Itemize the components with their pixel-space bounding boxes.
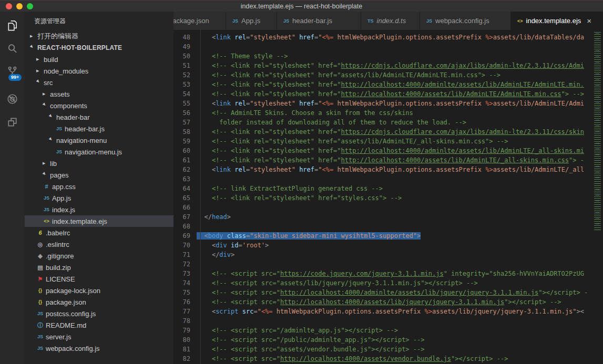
tree-item-license[interactable]: ⚑LICENSE [25,273,173,285]
tab-app.js[interactable]: JSApp.js [226,12,277,30]
tree-item-server.js[interactable]: JSserver.js [25,331,173,342]
code-line-text: <body class="skin-blue sidebar-mini wysi… [197,231,421,241]
code-line-72[interactable]: 72 [173,259,603,269]
code-line-49[interactable]: 49 [173,42,603,51]
twistie-expanded-icon[interactable]: ▶ [48,113,57,122]
js-file-icon: JS [43,207,50,212]
twistie-expanded-icon[interactable]: ▶ [29,44,38,53]
tree-item-readme.md[interactable]: ⓘREADME.md [25,319,173,331]
zoom-window-button[interactable] [27,3,33,9]
code-line-67[interactable]: 67 </head> [173,212,603,222]
code-line-81[interactable]: 81 <!-- <script src="assets/vendor.bundl… [173,345,603,354]
tree-item-build.zip[interactable]: ▤build.zip [25,262,173,273]
tree-item-header-bar.js[interactable]: JSheader-bar.js [25,123,173,134]
tree-item-header-bar[interactable]: ▶header-bar [25,111,173,123]
code-line-52[interactable]: 52 <!-- <link rel="stylesheet" href="ass… [173,70,603,80]
tree-item-webpack.config.js[interactable]: JSwebpack.config.js [25,342,173,354]
code-line-82[interactable]: 82 <!-- <script src="http://localhost:40… [173,354,603,363]
tab-index.d.ts[interactable]: TSindex.d.ts [361,12,420,30]
twistie-collapsed-icon[interactable]: ▶ [36,69,44,73]
minimap[interactable] [593,30,603,364]
tree-item-package-lock.json[interactable]: {}package-lock.json [25,285,173,296]
code-line-66[interactable]: 66 [173,203,603,212]
code-line-61[interactable]: 61 <!-- <link rel="stylesheet" href="htt… [173,155,603,165]
activity-item-debug[interactable] [0,87,25,110]
line-number: 67 [173,212,197,222]
minimize-window-button[interactable] [16,3,23,9]
code-line-60[interactable]: 60 <!-- <link rel="stylesheet" href="htt… [173,146,603,155]
tree-item-.babelrc[interactable]: 6.babelrc [25,227,173,238]
tree-item-label: package.json [46,298,86,306]
tree-item-postcss.config.js[interactable]: JSpostcss.config.js [25,308,173,319]
activity-item-explorer[interactable] [0,14,25,37]
code-line-78[interactable]: 78 [173,316,603,326]
close-tab-icon[interactable]: × [587,17,591,25]
code-line-76[interactable]: 76 <!-- <script src="http://localhost:40… [173,297,603,307]
close-window-button[interactable] [6,3,12,9]
activity-item-extensions[interactable] [0,110,25,133]
sidebar-title: 资源管理器 [25,12,173,30]
code-line-71[interactable]: 71 </div> [173,250,603,259]
code-line-56[interactable]: 56 <!-- AdminLTE Skins. Choose a skin fr… [173,108,603,118]
code-line-64[interactable]: 64 <!-- link ExtractTextPlugin generated… [173,184,603,193]
tab-package.json[interactable]: package.json [173,12,226,30]
tree-item-lib[interactable]: ▶lib [25,158,173,169]
tree-item-node-modules[interactable]: ▶node_modules [25,65,173,77]
tree-item-navigation-menu.js[interactable]: JSnavigation-menu.js [25,146,173,158]
twistie-expanded-icon[interactable]: ▶ [36,79,44,87]
code-line-77[interactable]: 77 <script src="<%= htmlWebpackPlugin.op… [173,307,603,316]
code-line-69[interactable]: 69 <body class="skin-blue sidebar-mini w… [173,231,603,241]
twistie-expanded-icon[interactable]: ▶ [42,171,50,180]
tree-item-react-hot-boilerplate[interactable]: ▶REACT-HOT-BOILERPLATE [25,42,173,54]
code-line-74[interactable]: 74 <!-- <script src="assets/lib/jquery/j… [173,278,603,288]
code-line-54[interactable]: 54 <!-- <link rel="stylesheet" href="htt… [173,89,603,99]
twistie-collapsed-icon[interactable]: ▶ [36,57,44,61]
code-line-48[interactable]: 48 <link rel="stylesheet" href="<%= html… [173,33,603,42]
twistie-collapsed-icon[interactable]: ▶ [30,34,37,38]
code-line-79[interactable]: 79 <!-- <script src="/adminlte_app.js"><… [173,326,603,335]
code-line-53[interactable]: 53 <!-- <link rel="stylesheet" href="htt… [173,80,603,89]
code-line-65[interactable]: 65 <!-- <link rel="stylesheet" href="sty… [173,193,603,203]
code-line-75[interactable]: 75 <!-- <script src="http://localhost:40… [173,288,603,297]
code-line-70[interactable]: 70 <div id='root'> [173,241,603,250]
tree-item-[interactable]: ▶打开的编辑器 [25,30,173,42]
tree-item-index.js[interactable]: JSindex.js [25,204,173,215]
code-line-57[interactable]: 57 folder instead of downloading all of … [173,118,603,127]
tree-item-package.json[interactable]: {}package.json [25,296,173,308]
tab-header-bar.js[interactable]: JSheader-bar.js [277,12,361,30]
tree-item-build[interactable]: ▶build [25,54,173,65]
tree-item-index.template.ejs[interactable]: <>index.template.ejs [25,215,173,227]
tree-item-label: REACT-HOT-BOILERPLATE [37,44,122,51]
activity-item-source-control[interactable]: 99+ [0,60,25,83]
code-line-80[interactable]: 80 <!-- <script src="/public/adminlte_ap… [173,335,603,345]
tree-item-pages[interactable]: ▶pages [25,169,173,181]
code-line-50[interactable]: 50 <!-- Theme style --> [173,51,603,61]
tree-item-app.css[interactable]: #app.css [25,181,173,192]
twistie-expanded-icon[interactable]: ▶ [42,102,50,110]
code-line-51[interactable]: 51 <!-- <link rel="stylesheet" href="htt… [173,61,603,70]
code-line-63[interactable]: 63 [173,174,603,184]
tree-item-assets[interactable]: ▶assets [25,88,173,100]
tree-item-.eslintrc[interactable]: ◎.eslintrc [25,238,173,250]
code-line-55[interactable]: 55 <link rel="stylesheet" href="<%= html… [173,99,603,108]
tree-item-src[interactable]: ▶src [25,77,173,88]
code-line-text: </head> [197,212,231,222]
tree-item-components[interactable]: ▶components [25,100,173,111]
twistie-collapsed-icon[interactable]: ▶ [43,92,50,96]
activity-item-search[interactable] [0,37,25,60]
line-number: 66 [173,203,197,212]
tree-item-navigation-menu[interactable]: ▶navigation-menu [25,134,173,146]
twistie-expanded-icon[interactable]: ▶ [48,137,57,145]
code-line-68[interactable]: 68 [173,222,603,231]
code-line-58[interactable]: 58 <!-- <link rel="stylesheet" href="htt… [173,127,603,137]
tab-index.template.ejs[interactable]: <>index.template.ejs× [511,12,603,30]
tree-item-app.js[interactable]: JSApp.js [25,192,173,204]
code-line-59[interactable]: 59 <!-- <link rel="stylesheet" href="ass… [173,137,603,146]
code-line-73[interactable]: 73 <!-- <script src="https://code.jquery… [173,269,603,278]
code-line-62[interactable]: 62 <link rel="stylesheet" href="<%= html… [173,165,603,174]
code-editor[interactable]: 48 <link rel="stylesheet" href="<%= html… [173,30,603,364]
twistie-collapsed-icon[interactable]: ▶ [43,161,50,165]
tree-item-.gitignore[interactable]: ◈.gitignore [25,250,173,262]
tab-webpack.config.js[interactable]: JSwebpack.config.js [420,12,511,30]
line-number: 71 [173,250,197,259]
